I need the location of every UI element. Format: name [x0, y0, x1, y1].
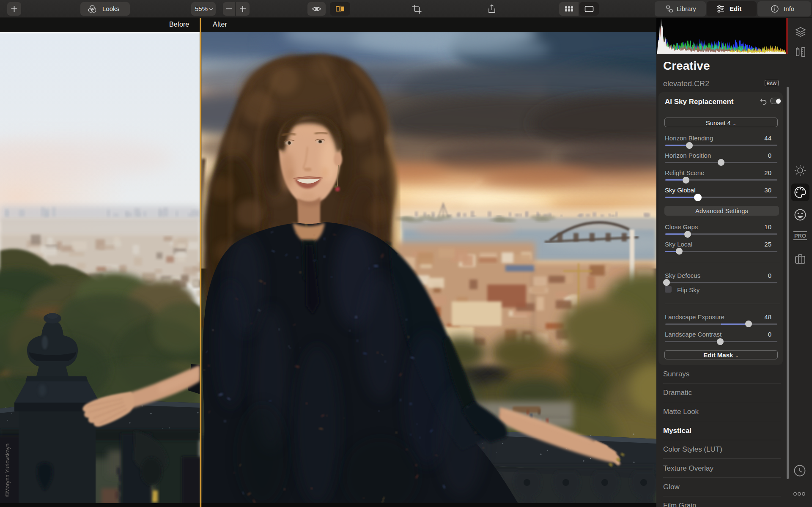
svg-text:©Maryna Yurlovskaya: ©Maryna Yurlovskaya — [4, 443, 11, 497]
